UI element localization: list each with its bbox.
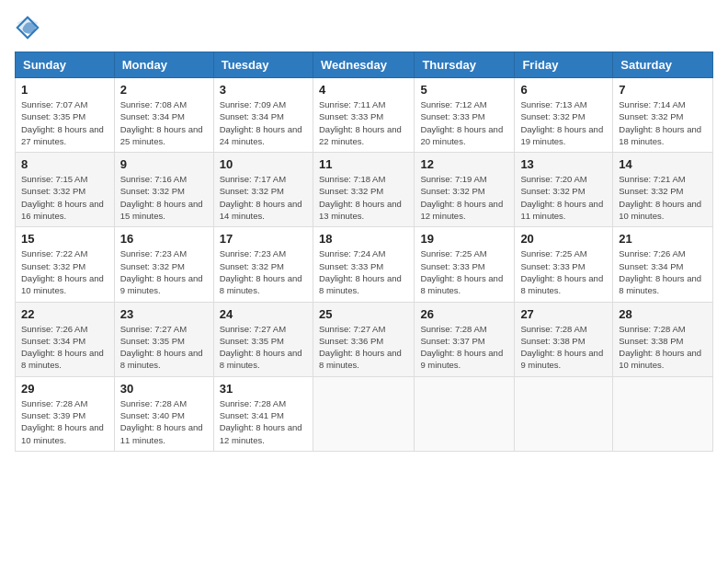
day-number: 21 — [619, 232, 707, 246]
day-info: Sunrise: 7:20 AMSunset: 3:32 PMDaylight:… — [520, 173, 607, 222]
day-info: Sunrise: 7:27 AMSunset: 3:36 PMDaylight:… — [319, 323, 408, 372]
day-number: 14 — [619, 157, 707, 171]
calendar-cell: 26Sunrise: 7:28 AMSunset: 3:37 PMDayligh… — [415, 302, 515, 376]
calendar-cell: 24Sunrise: 7:27 AMSunset: 3:35 PMDayligh… — [213, 302, 313, 376]
day-info: Sunrise: 7:13 AMSunset: 3:32 PMDaylight:… — [520, 98, 607, 147]
day-number: 27 — [520, 307, 607, 321]
day-info: Sunrise: 7:28 AMSunset: 3:40 PMDaylight:… — [120, 397, 208, 446]
day-number: 17 — [220, 232, 307, 246]
day-number: 4 — [319, 83, 408, 97]
calendar-cell: 15Sunrise: 7:22 AMSunset: 3:32 PMDayligh… — [16, 227, 115, 302]
calendar-cell — [313, 376, 414, 451]
calendar-cell: 21Sunrise: 7:26 AMSunset: 3:34 PMDayligh… — [613, 227, 713, 302]
calendar-week-row: 29Sunrise: 7:28 AMSunset: 3:39 PMDayligh… — [16, 376, 713, 451]
calendar-week-row: 8Sunrise: 7:15 AMSunset: 3:32 PMDaylight… — [16, 153, 713, 227]
day-number: 6 — [520, 83, 607, 97]
day-info: Sunrise: 7:25 AMSunset: 3:33 PMDaylight:… — [520, 247, 607, 296]
logo — [15, 15, 44, 40]
calendar-cell: 3Sunrise: 7:09 AMSunset: 3:34 PMDaylight… — [213, 78, 313, 153]
day-number: 5 — [420, 83, 508, 97]
day-info: Sunrise: 7:17 AMSunset: 3:32 PMDaylight:… — [220, 173, 307, 222]
calendar-cell: 14Sunrise: 7:21 AMSunset: 3:32 PMDayligh… — [613, 153, 713, 227]
day-info: Sunrise: 7:28 AMSunset: 3:41 PMDaylight:… — [220, 397, 307, 446]
weekday-header-sunday: Sunday — [16, 52, 115, 78]
page-header — [15, 15, 713, 40]
calendar-week-row: 1Sunrise: 7:07 AMSunset: 3:35 PMDaylight… — [16, 78, 713, 153]
day-number: 25 — [319, 307, 408, 321]
day-info: Sunrise: 7:28 AMSunset: 3:38 PMDaylight:… — [520, 323, 607, 372]
day-number: 12 — [420, 157, 508, 171]
day-number: 10 — [220, 157, 307, 171]
weekday-header-row: SundayMondayTuesdayWednesdayThursdayFrid… — [16, 52, 713, 78]
calendar-cell: 30Sunrise: 7:28 AMSunset: 3:40 PMDayligh… — [114, 376, 213, 451]
day-number: 26 — [420, 307, 508, 321]
calendar-week-row: 22Sunrise: 7:26 AMSunset: 3:34 PMDayligh… — [16, 302, 713, 376]
calendar-cell: 11Sunrise: 7:18 AMSunset: 3:32 PMDayligh… — [313, 153, 414, 227]
calendar-cell: 31Sunrise: 7:28 AMSunset: 3:41 PMDayligh… — [213, 376, 313, 451]
calendar-cell: 2Sunrise: 7:08 AMSunset: 3:34 PMDaylight… — [114, 78, 213, 153]
weekday-header-tuesday: Tuesday — [213, 52, 313, 78]
day-number: 16 — [120, 232, 208, 246]
calendar-cell: 10Sunrise: 7:17 AMSunset: 3:32 PMDayligh… — [213, 153, 313, 227]
calendar-cell: 17Sunrise: 7:23 AMSunset: 3:32 PMDayligh… — [213, 227, 313, 302]
calendar-week-row: 15Sunrise: 7:22 AMSunset: 3:32 PMDayligh… — [16, 227, 713, 302]
calendar-cell: 25Sunrise: 7:27 AMSunset: 3:36 PMDayligh… — [313, 302, 414, 376]
day-info: Sunrise: 7:24 AMSunset: 3:33 PMDaylight:… — [319, 247, 408, 296]
day-info: Sunrise: 7:28 AMSunset: 3:39 PMDaylight:… — [21, 397, 108, 446]
weekday-header-friday: Friday — [515, 52, 613, 78]
day-info: Sunrise: 7:07 AMSunset: 3:35 PMDaylight:… — [21, 98, 108, 147]
day-info: Sunrise: 7:23 AMSunset: 3:32 PMDaylight:… — [120, 247, 208, 296]
calendar-cell — [515, 376, 613, 451]
calendar-cell: 20Sunrise: 7:25 AMSunset: 3:33 PMDayligh… — [515, 227, 613, 302]
calendar-cell: 28Sunrise: 7:28 AMSunset: 3:38 PMDayligh… — [613, 302, 713, 376]
day-number: 18 — [319, 232, 408, 246]
weekday-header-thursday: Thursday — [415, 52, 515, 78]
day-number: 8 — [21, 157, 108, 171]
day-info: Sunrise: 7:18 AMSunset: 3:32 PMDaylight:… — [319, 173, 408, 222]
day-number: 24 — [220, 307, 307, 321]
day-number: 31 — [220, 382, 307, 396]
day-number: 13 — [520, 157, 607, 171]
calendar-cell: 22Sunrise: 7:26 AMSunset: 3:34 PMDayligh… — [16, 302, 115, 376]
day-number: 2 — [120, 83, 208, 97]
day-info: Sunrise: 7:28 AMSunset: 3:37 PMDaylight:… — [420, 323, 508, 372]
day-info: Sunrise: 7:09 AMSunset: 3:34 PMDaylight:… — [220, 98, 307, 147]
day-number: 9 — [120, 157, 208, 171]
calendar-cell: 7Sunrise: 7:14 AMSunset: 3:32 PMDaylight… — [613, 78, 713, 153]
calendar-cell: 4Sunrise: 7:11 AMSunset: 3:33 PMDaylight… — [313, 78, 414, 153]
calendar-cell: 6Sunrise: 7:13 AMSunset: 3:32 PMDaylight… — [515, 78, 613, 153]
calendar-cell: 18Sunrise: 7:24 AMSunset: 3:33 PMDayligh… — [313, 227, 414, 302]
day-info: Sunrise: 7:21 AMSunset: 3:32 PMDaylight:… — [619, 173, 707, 222]
logo-icon — [15, 15, 40, 40]
day-number: 11 — [319, 157, 408, 171]
day-info: Sunrise: 7:26 AMSunset: 3:34 PMDaylight:… — [619, 247, 707, 296]
calendar-cell: 9Sunrise: 7:16 AMSunset: 3:32 PMDaylight… — [114, 153, 213, 227]
weekday-header-monday: Monday — [114, 52, 213, 78]
day-info: Sunrise: 7:16 AMSunset: 3:32 PMDaylight:… — [120, 173, 208, 222]
calendar-cell: 5Sunrise: 7:12 AMSunset: 3:33 PMDaylight… — [415, 78, 515, 153]
day-info: Sunrise: 7:08 AMSunset: 3:34 PMDaylight:… — [120, 98, 208, 147]
day-info: Sunrise: 7:11 AMSunset: 3:33 PMDaylight:… — [319, 98, 408, 147]
day-number: 22 — [21, 307, 108, 321]
calendar-cell: 16Sunrise: 7:23 AMSunset: 3:32 PMDayligh… — [114, 227, 213, 302]
calendar-cell: 1Sunrise: 7:07 AMSunset: 3:35 PMDaylight… — [16, 78, 115, 153]
day-number: 30 — [120, 382, 208, 396]
day-info: Sunrise: 7:14 AMSunset: 3:32 PMDaylight:… — [619, 98, 707, 147]
day-info: Sunrise: 7:15 AMSunset: 3:32 PMDaylight:… — [21, 173, 108, 222]
day-number: 3 — [220, 83, 307, 97]
day-info: Sunrise: 7:19 AMSunset: 3:32 PMDaylight:… — [420, 173, 508, 222]
day-info: Sunrise: 7:26 AMSunset: 3:34 PMDaylight:… — [21, 323, 108, 372]
day-info: Sunrise: 7:28 AMSunset: 3:38 PMDaylight:… — [619, 323, 707, 372]
day-number: 1 — [21, 83, 108, 97]
day-number: 29 — [21, 382, 108, 396]
calendar-cell: 23Sunrise: 7:27 AMSunset: 3:35 PMDayligh… — [114, 302, 213, 376]
day-number: 23 — [120, 307, 208, 321]
calendar-cell: 29Sunrise: 7:28 AMSunset: 3:39 PMDayligh… — [16, 376, 115, 451]
calendar-cell — [415, 376, 515, 451]
calendar-cell: 27Sunrise: 7:28 AMSunset: 3:38 PMDayligh… — [515, 302, 613, 376]
weekday-header-wednesday: Wednesday — [313, 52, 414, 78]
calendar-cell — [613, 376, 713, 451]
day-number: 19 — [420, 232, 508, 246]
calendar-cell: 13Sunrise: 7:20 AMSunset: 3:32 PMDayligh… — [515, 153, 613, 227]
calendar-cell: 19Sunrise: 7:25 AMSunset: 3:33 PMDayligh… — [415, 227, 515, 302]
